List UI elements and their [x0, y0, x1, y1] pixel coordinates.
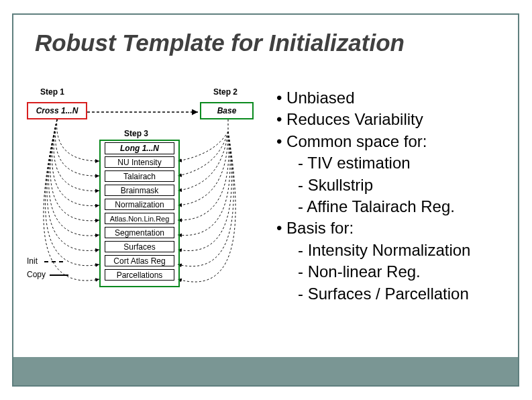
list-item: - Intensity Normalization [276, 240, 470, 261]
stage-box: Parcellations [105, 269, 174, 281]
bullet-text: Reduces Variability [286, 110, 423, 128]
bullet-list: • Unbiased • Reduces Variability • Commo… [276, 87, 470, 305]
legend-copy-label: Copy [27, 270, 46, 279]
stage-box: Surfaces [105, 241, 174, 252]
bullet-text: Unbiased [286, 89, 354, 107]
legend-init-label: Init [27, 256, 38, 266]
flow-diagram: Step 1 Cross 1...N Step 2 Base Step 3 Lo… [27, 87, 275, 336]
list-item: - Affine Talairach Reg. [276, 196, 470, 217]
footer-band [13, 357, 518, 385]
long-box: Long 1...N [105, 142, 174, 154]
bullet-text: Surfaces / Parcellation [308, 285, 469, 303]
step3-label: Step 3 [124, 129, 148, 138]
list-item: - Surfaces / Parcellation [276, 283, 470, 305]
base-box: Base [200, 102, 254, 119]
cross-box: Cross 1...N [27, 102, 87, 119]
stage-box: Cort Atlas Reg [105, 255, 174, 266]
stage-box: Atlas.Non.Lin.Reg [105, 213, 174, 224]
bullet-text: TIV estimation [307, 154, 410, 172]
stage-box: NU Intensity [105, 156, 174, 168]
list-item: - TIV estimation [276, 152, 470, 174]
list-item: • Basis for: [276, 217, 470, 239]
stage-box: Segmentation [105, 227, 174, 238]
bullet-text: Non-linear Reg. [308, 262, 421, 281]
bullet-text: Intensity Normalization [308, 241, 471, 259]
list-item: - Skullstrip [276, 174, 470, 196]
stage-box: Talairach [105, 170, 174, 182]
bullet-text: Affine Talairach Reg. [307, 197, 455, 215]
list-item: - Non-linear Reg. [276, 261, 470, 283]
step1-label: Step 1 [40, 87, 64, 97]
list-item: • Reduces Variability [276, 109, 470, 130]
stage-box: Brainmask [105, 185, 174, 196]
bullet-text: Common space for: [286, 132, 427, 150]
legend-init-line [44, 261, 63, 262]
page-title: Robust Template for Initialization [35, 30, 405, 56]
bullet-text: Basis for: [286, 219, 354, 237]
step2-label: Step 2 [213, 87, 237, 97]
legend-copy-line [50, 274, 68, 276]
bullet-text: Skullstrip [308, 176, 373, 194]
list-item: • Common space for: [276, 131, 470, 152]
stage-box: Normalization [105, 199, 174, 210]
list-item: • Unbiased [276, 87, 470, 109]
